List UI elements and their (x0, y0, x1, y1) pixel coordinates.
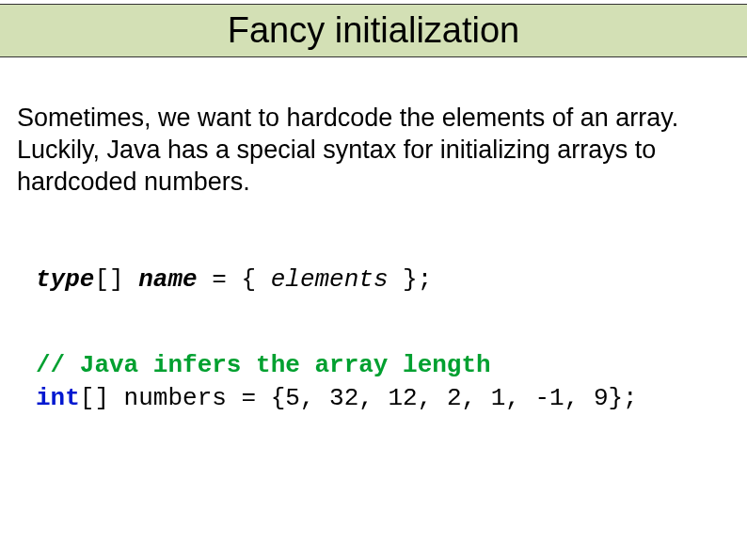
code-line: int[] numbers = {5, 32, 12, 2, 1, -1, 9}… (36, 382, 730, 415)
code-keyword: int (36, 384, 80, 412)
syntax-type: type (36, 265, 94, 294)
intro-paragraph: Sometimes, we want to hardcode the eleme… (17, 103, 730, 198)
syntax-closing: }; (389, 265, 433, 294)
slide-title: Fancy initialization (0, 10, 747, 51)
title-bar: Fancy initialization (0, 4, 747, 57)
syntax-brackets: [] (94, 265, 123, 294)
syntax-elements: elements (271, 265, 389, 294)
content-area: Sometimes, we want to hardcode the eleme… (0, 57, 747, 416)
syntax-equals: = { (198, 265, 271, 294)
syntax-name: name (138, 265, 197, 294)
syntax-template: type[] name = { elements }; (36, 264, 730, 296)
code-comment: // Java infers the array length (36, 349, 730, 382)
code-rest: [] numbers = {5, 32, 12, 2, 1, -1, 9}; (80, 384, 638, 412)
code-example: // Java infers the array length int[] nu… (36, 349, 730, 415)
